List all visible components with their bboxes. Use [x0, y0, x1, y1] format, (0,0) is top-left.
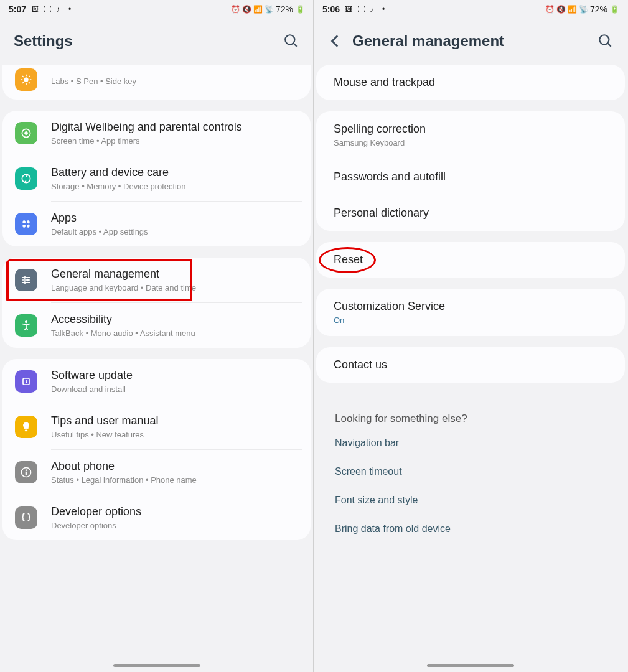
general-management-screen: 5:06 🖼 ⛶ ♪ • ⏰ 🔇 📶 📡 72% 🔋 General manag…: [314, 0, 627, 672]
gm-item-mouse-and-trackpad[interactable]: Mouse and trackpad: [316, 65, 625, 100]
page-title: Settings: [14, 32, 283, 50]
item-label: Spelling correction: [334, 123, 607, 136]
home-indicator[interactable]: [113, 664, 200, 667]
item-label: Software update: [51, 369, 298, 382]
gm-group-contact: Contact us: [316, 347, 625, 383]
mute-icon: 🔇: [242, 5, 251, 14]
battery-care-icon: [15, 167, 37, 190]
item-label: Digital Wellbeing and parental controls: [51, 121, 298, 134]
suggestions-heading: Looking for something else?: [316, 394, 625, 429]
wifi-icon: 📶: [253, 5, 262, 14]
svg-point-2: [24, 78, 29, 82]
advanced-icon: [15, 68, 37, 91]
svg-point-15: [25, 321, 27, 323]
signal-icon: 📡: [579, 5, 588, 14]
lightbulb-icon: [15, 416, 37, 438]
suggest-link-screen-timeout[interactable]: Screen timeout: [316, 457, 625, 486]
image-icon: 🖼: [31, 5, 40, 14]
image-icon: 🖼: [345, 5, 354, 14]
item-sub: Labs • S Pen • Side key: [51, 77, 298, 86]
item-label: About phone: [51, 460, 298, 473]
item-label: Contact us: [334, 358, 607, 371]
alarm-icon: ⏰: [231, 5, 240, 14]
item-label: Battery and device care: [51, 166, 298, 179]
screenshot-icon: ⛶: [44, 5, 52, 14]
settings-item-digital-wellbeing-and-parental-controls[interactable]: Digital Wellbeing and parental controlsS…: [2, 111, 311, 156]
svg-point-5: [23, 221, 26, 223]
battery-icon: 🔋: [296, 5, 304, 14]
back-icon[interactable]: [327, 33, 344, 49]
sliders-icon: [15, 269, 37, 291]
item-sub: Samsung Keyboard: [334, 138, 607, 147]
item-sub: Developer options: [51, 521, 298, 530]
item-sub: Storage • Memory • Device protection: [51, 182, 298, 191]
settings-item-about-phone[interactable]: About phoneStatus • Legal information • …: [2, 450, 311, 495]
battery-percent: 72%: [276, 4, 293, 14]
item-sub: On: [334, 315, 607, 325]
settings-item-accessibility[interactable]: AccessibilityTalkBack • Mono audio • Ass…: [2, 303, 311, 348]
gm-item-spelling-correction[interactable]: Spelling correctionSamsung Keyboard: [316, 111, 625, 159]
settings-item-general-management[interactable]: General managementLanguage and keyboard …: [2, 258, 311, 302]
suggestions-section: Looking for something else? Navigation b…: [316, 394, 625, 543]
item-label: Tips and user manual: [51, 414, 298, 427]
gm-item-passwords-and-autofill[interactable]: Passwords and autofill: [316, 159, 625, 195]
status-time: 5:06: [322, 4, 340, 14]
item-sub: Status • Legal information • Phone name: [51, 475, 298, 485]
settings-item-apps[interactable]: AppsDefault apps • App settings: [2, 202, 311, 246]
battery-percent: 72%: [590, 4, 607, 14]
item-label: Passwords and autofill: [334, 170, 607, 184]
music-icon: ♪: [370, 5, 378, 14]
item-label: Developer options: [51, 505, 298, 518]
more-icon: •: [382, 5, 391, 14]
item-sub: Language and keyboard • Date and time: [51, 283, 298, 292]
page-title: General management: [352, 32, 598, 50]
suggest-link-navigation-bar[interactable]: Navigation bar: [316, 429, 625, 457]
status-bar: 5:07 🖼 ⛶ ♪ • ⏰ 🔇 📶 📡 72% 🔋: [0, 0, 313, 19]
settings-item-tips-and-user-manual[interactable]: Tips and user manualUseful tips • New fe…: [2, 404, 311, 449]
gm-item-reset[interactable]: Reset: [316, 242, 625, 278]
alarm-icon: ⏰: [545, 5, 554, 14]
home-indicator[interactable]: [427, 664, 514, 667]
item-label: Reset: [334, 253, 607, 266]
gm-group-mouse: Mouse and trackpad: [316, 65, 625, 100]
status-bar: 5:06 🖼 ⛶ ♪ • ⏰ 🔇 📶 📡 72% 🔋: [314, 0, 627, 19]
svg-line-21: [607, 43, 611, 46]
gm-group-customization: Customization ServiceOn: [316, 289, 625, 336]
status-time: 5:07: [9, 4, 26, 14]
svg-point-12: [24, 276, 26, 278]
search-icon[interactable]: [598, 33, 614, 49]
suggest-link-bring-data-from-old-device[interactable]: Bring data from old device: [316, 515, 625, 543]
svg-point-0: [285, 35, 294, 44]
battery-icon: 🔋: [610, 5, 619, 14]
svg-line-1: [293, 43, 296, 46]
mute-icon: 🔇: [556, 5, 565, 14]
item-label: Accessibility: [51, 313, 298, 326]
update-icon: [15, 370, 37, 393]
braces-icon: [15, 506, 37, 529]
svg-point-13: [27, 279, 29, 281]
svg-point-6: [27, 221, 29, 223]
wifi-icon: 📶: [568, 5, 576, 14]
settings-item-battery-and-device-care[interactable]: Battery and device careStorage • Memory …: [2, 156, 311, 201]
gm-item-personal-dictionary[interactable]: Personal dictionary: [316, 195, 625, 231]
settings-item-advanced[interactable]: Labs • S Pen • Side key: [2, 65, 311, 100]
svg-point-14: [24, 282, 26, 284]
gm-item-customization-service[interactable]: Customization ServiceOn: [316, 289, 625, 336]
suggest-link-font-size-and-style[interactable]: Font size and style: [316, 486, 625, 515]
settings-item-developer-options[interactable]: Developer optionsDeveloper options: [2, 495, 311, 540]
item-sub: Useful tips • New features: [51, 430, 298, 439]
gm-item-contact-us[interactable]: Contact us: [316, 347, 625, 383]
item-sub: TalkBack • Mono audio • Assistant menu: [51, 329, 298, 338]
item-label: Mouse and trackpad: [334, 76, 607, 89]
gm-group-reset: Reset: [316, 242, 625, 278]
item-sub: Screen time • App timers: [51, 136, 298, 146]
settings-group-device: Digital Wellbeing and parental controlsS…: [2, 111, 311, 246]
search-icon[interactable]: [283, 33, 299, 49]
svg-point-8: [27, 225, 29, 227]
svg-point-20: [599, 35, 609, 44]
settings-group-about: Software updateDownload and installTips …: [2, 359, 311, 540]
signal-icon: 📡: [265, 5, 273, 14]
svg-rect-19: [26, 472, 27, 475]
svg-point-4: [22, 174, 30, 182]
settings-item-software-update[interactable]: Software updateDownload and install: [2, 359, 311, 404]
